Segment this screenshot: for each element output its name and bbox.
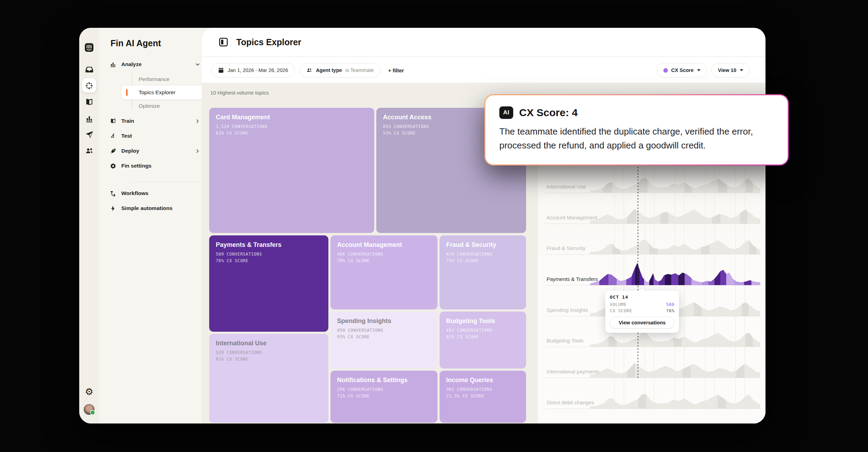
train-book-icon bbox=[109, 118, 116, 124]
app-title: Fin AI Agent bbox=[110, 38, 161, 48]
caret-down-icon bbox=[697, 69, 701, 71]
trend-row-label-active[interactable]: Payments & Transfers bbox=[547, 276, 598, 282]
chevron-down-icon bbox=[195, 62, 200, 67]
callout-body: The teammate identified the duplicate ch… bbox=[499, 124, 774, 153]
nav-item-deploy[interactable]: Deploy bbox=[109, 144, 207, 158]
row-divider bbox=[545, 378, 760, 378]
callout-title: CX Score: 4 bbox=[519, 107, 578, 119]
active-indicator-bar bbox=[126, 89, 128, 96]
fin-settings-nut-icon bbox=[109, 162, 116, 169]
treemap-tile-notifications-settings[interactable]: Notifications & Settings 296 CONVERSATIO… bbox=[330, 371, 437, 423]
treemap-tile-budgeting-tools[interactable]: Budgeting Tools 452 CONVERSATIONS 81% CX… bbox=[440, 312, 526, 369]
intercom-logo-icon[interactable] bbox=[84, 42, 94, 52]
ai-badge: AI bbox=[499, 106, 513, 119]
app-window: ⚙ Fin AI Agent Analyze Performance Topic… bbox=[79, 28, 765, 423]
nav-item-simple-automations[interactable]: Simple automations bbox=[109, 201, 207, 215]
tooltip-notch bbox=[639, 288, 645, 294]
trend-row-label[interactable]: Fraud & Security bbox=[547, 245, 586, 251]
main-area: Topics Explorer Jan 1, 2026 - Mar 26, 20… bbox=[202, 28, 765, 423]
trend-row-label[interactable]: International payments bbox=[547, 369, 599, 374]
row-divider bbox=[545, 409, 760, 409]
sparkline-fraud-security[interactable] bbox=[590, 230, 760, 254]
trend-row-label[interactable]: Direct debit changes bbox=[547, 399, 594, 405]
nav-divider bbox=[130, 182, 214, 182]
data-point-tooltip: OCT 14 VOLUME580 CX SCORE76% View conver… bbox=[605, 291, 679, 333]
page-background: { "app": { "title": "Fin AI Agent" }, "r… bbox=[0, 0, 868, 452]
sparkline-account-management[interactable] bbox=[590, 199, 760, 224]
online-status-dot bbox=[90, 410, 95, 415]
sparkline-direct-debit-changes[interactable] bbox=[590, 384, 760, 409]
inbox-icon[interactable] bbox=[84, 65, 94, 74]
settings-gear-icon[interactable]: ⚙ bbox=[84, 387, 94, 397]
agent-type-filter[interactable]: Agent type is Teammate bbox=[300, 63, 380, 78]
outbound-plane-icon[interactable] bbox=[84, 130, 94, 139]
nav-item-analyze[interactable]: Analyze bbox=[109, 57, 207, 71]
nav-item-optimize[interactable]: Optimize bbox=[139, 100, 160, 112]
deploy-rocket-icon bbox=[109, 147, 116, 154]
topics-explorer-icon bbox=[218, 37, 229, 47]
treemap-tile-income-queries[interactable]: Income Queries 302 CONVERSATIONS 71.5% C… bbox=[440, 371, 526, 423]
row-divider bbox=[545, 285, 760, 285]
add-filter-button[interactable]: + filter bbox=[385, 67, 407, 73]
row-divider bbox=[545, 193, 760, 193]
section-label: 10 Highest-volume topics bbox=[210, 90, 269, 96]
row-divider bbox=[545, 347, 760, 347]
treemap-tile-card-management[interactable]: Card Management 1,524 CONVERSATIONS 62% … bbox=[209, 108, 374, 233]
reports-chart-icon[interactable] bbox=[84, 114, 94, 124]
sparkline-payments-transfers[interactable] bbox=[590, 261, 760, 285]
dotted-divider bbox=[202, 56, 765, 57]
metric-select[interactable]: CX Score bbox=[657, 63, 707, 78]
nav-item-performance[interactable]: Performance bbox=[139, 73, 170, 85]
chevron-right-icon bbox=[195, 148, 200, 154]
selected-date-line bbox=[638, 167, 638, 379]
contacts-people-icon[interactable] bbox=[84, 146, 94, 156]
workflows-icon bbox=[109, 190, 116, 197]
treemap-tile-international-use[interactable]: International Use 520 CONVERSATIONS 81% … bbox=[209, 334, 328, 423]
treemap-tile-payments-transfers[interactable]: Payments & Transfers 580 CONVERSATIONS 7… bbox=[209, 235, 328, 332]
view-conversations-button[interactable]: View conversations bbox=[610, 317, 674, 329]
trend-row-label[interactable]: Account Management bbox=[547, 215, 597, 220]
nav-item-fin-settings[interactable]: Fin settings bbox=[109, 159, 207, 173]
user-avatar[interactable] bbox=[84, 404, 95, 415]
treemap-tile-account-management[interactable]: Account Management 466 CONVERSATIONS 70%… bbox=[330, 235, 437, 309]
calendar-icon bbox=[218, 67, 224, 73]
trend-row-label[interactable]: Spending Insights bbox=[547, 307, 588, 313]
metric-color-dot bbox=[663, 68, 668, 73]
icon-rail: ⚙ bbox=[79, 28, 99, 423]
treemap-tile-fraud-security[interactable]: Fraud & Security 470 CONVERSATIONS 75% C… bbox=[440, 235, 526, 309]
analyze-chart-icon bbox=[109, 61, 116, 68]
lightning-icon bbox=[109, 205, 116, 212]
date-range-filter[interactable]: Jan 1, 2026 - Mar 26, 2026 bbox=[211, 63, 295, 78]
ai-cx-score-callout: AI CX Score: 4 The teammate identified t… bbox=[484, 94, 789, 166]
topbar: Topics Explorer Jan 1, 2026 - Mar 26, 20… bbox=[202, 28, 765, 83]
nav-item-train[interactable]: Train bbox=[109, 114, 207, 128]
caret-down-icon bbox=[740, 69, 743, 71]
knowledge-book-icon[interactable] bbox=[84, 97, 94, 107]
trend-row-label[interactable]: Budgeting Tools bbox=[547, 338, 583, 344]
trend-row-label[interactable]: International Use bbox=[547, 184, 586, 189]
sparkline-international-use[interactable] bbox=[590, 168, 760, 193]
row-divider bbox=[545, 224, 760, 224]
nav-item-workflows[interactable]: Workflows bbox=[109, 186, 207, 200]
chevron-right-icon bbox=[195, 118, 200, 124]
nav-panel: Fin AI Agent Analyze Performance Topics … bbox=[99, 28, 202, 423]
test-flag-icon bbox=[109, 132, 116, 139]
fin-sparkle-icon[interactable] bbox=[84, 81, 94, 90]
page-title: Topics Explorer bbox=[236, 37, 301, 47]
agent-people-icon bbox=[306, 67, 312, 73]
treemap-tile-spending-insights[interactable]: Spending Insights 450 CONVERSATIONS 93% … bbox=[330, 312, 437, 369]
row-divider bbox=[545, 254, 760, 255]
nav-item-test[interactable]: Test bbox=[109, 129, 207, 143]
sparkline-international-payments[interactable] bbox=[590, 353, 760, 378]
view-count-select[interactable]: View 10 bbox=[711, 63, 750, 78]
